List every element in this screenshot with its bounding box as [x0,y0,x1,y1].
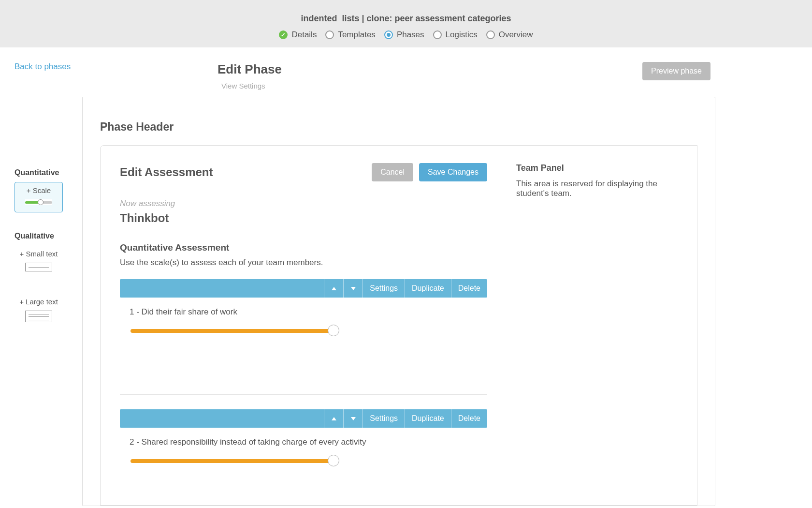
scale-icon [25,199,52,205]
step-label: Templates [338,30,375,40]
now-assessing-label: Now assessing [120,199,487,209]
step-label: Phases [397,30,424,40]
textfield-icon [25,263,52,271]
step-label: Details [291,30,317,40]
preview-phase-button[interactable]: Preview phase [642,62,710,80]
scale-slider[interactable] [130,455,334,466]
breadcrumb: indented_lists | clone: peer assessment … [0,14,812,24]
arrow-up-icon [332,417,336,420]
back-to-phases-link[interactable]: Back to phases [14,62,82,72]
radio-active-icon [384,30,393,39]
move-down-button[interactable] [343,279,362,298]
move-down-button[interactable] [343,409,362,428]
palette-item-label: + Scale [18,186,59,194]
move-up-button[interactable] [324,409,343,428]
palette-item-label: + Large text [18,298,59,306]
item-delete-button[interactable]: Delete [451,279,487,298]
palette-item-label: + Small text [18,250,59,258]
item-delete-button[interactable]: Delete [451,409,487,428]
divider [120,394,487,395]
step-label: Logistics [446,30,478,40]
circle-icon [486,30,495,39]
palette-qualitative-heading: Qualitative [14,232,82,240]
step-details[interactable]: Details [279,30,317,40]
arrow-up-icon [332,287,336,290]
palette-quantitative-heading: Quantitative [14,168,82,177]
step-overview[interactable]: Overview [486,30,533,40]
palette-small-text-item[interactable]: + Small text [14,245,63,279]
circle-icon [433,30,442,39]
team-panel-title: Team Panel [516,163,678,173]
palette-large-text-item[interactable]: + Large text [14,293,63,329]
step-logistics[interactable]: Logistics [433,30,478,40]
textarea-icon [25,311,52,322]
circle-icon [325,30,334,39]
slider-knob[interactable] [328,325,339,336]
step-label: Overview [499,30,533,40]
phase-card: Phase Header Edit Assessment Cancel Save… [82,97,715,506]
move-up-button[interactable] [324,279,343,298]
edit-assessment-title: Edit Assessment [120,165,213,179]
step-templates[interactable]: Templates [325,30,375,40]
step-phases[interactable]: Phases [384,30,424,40]
assessment-item: Settings Duplicate Delete 2 - Shared res… [120,409,487,466]
view-settings-link[interactable]: View Settings [221,82,282,90]
cancel-button[interactable]: Cancel [372,163,413,181]
item-duplicate-button[interactable]: Duplicate [405,279,451,298]
item-toolbar: Settings Duplicate Delete [120,409,487,428]
item-question-label: 1 - Did their fair share of work [130,307,487,317]
top-header: indented_lists | clone: peer assessment … [0,0,812,47]
quantitative-heading: Quantitative Assessment [120,242,487,253]
check-icon [279,30,288,39]
item-question-label: 2 - Shared responsibility instead of tak… [130,437,487,447]
assessee-name: Thinkbot [120,211,487,225]
arrow-down-icon [351,287,356,290]
item-settings-button[interactable]: Settings [362,279,405,298]
quantitative-instructions: Use the scale(s) to assess each of your … [120,258,487,268]
palette-scale-item[interactable]: + Scale [14,182,63,212]
item-duplicate-button[interactable]: Duplicate [405,409,451,428]
slider-knob[interactable] [328,455,339,466]
stepper: Details Templates Phases Logistics Overv… [279,30,533,40]
item-settings-button[interactable]: Settings [362,409,405,428]
save-changes-button[interactable]: Save Changes [419,163,487,181]
team-panel-body: This area is reserved for displaying the… [516,179,678,198]
scale-slider[interactable] [130,325,334,336]
phase-header-title: Phase Header [100,120,697,134]
arrow-down-icon [351,417,356,420]
item-toolbar: Settings Duplicate Delete [120,279,487,298]
page-title: Edit Phase [218,62,282,77]
assessment-item: Settings Duplicate Delete 1 - Did their … [120,279,487,336]
